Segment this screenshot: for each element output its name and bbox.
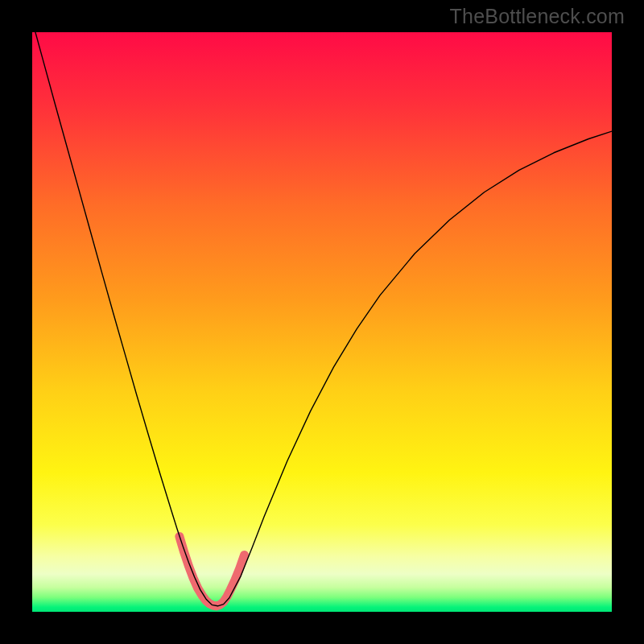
watermark-text: TheBottleneck.com [450,5,625,28]
curve-layer [32,32,612,612]
plot-area [32,32,612,612]
optimal-band-marker [180,536,245,605]
bottleneck-curve [32,32,612,606]
chart-frame: TheBottleneck.com [0,0,644,644]
